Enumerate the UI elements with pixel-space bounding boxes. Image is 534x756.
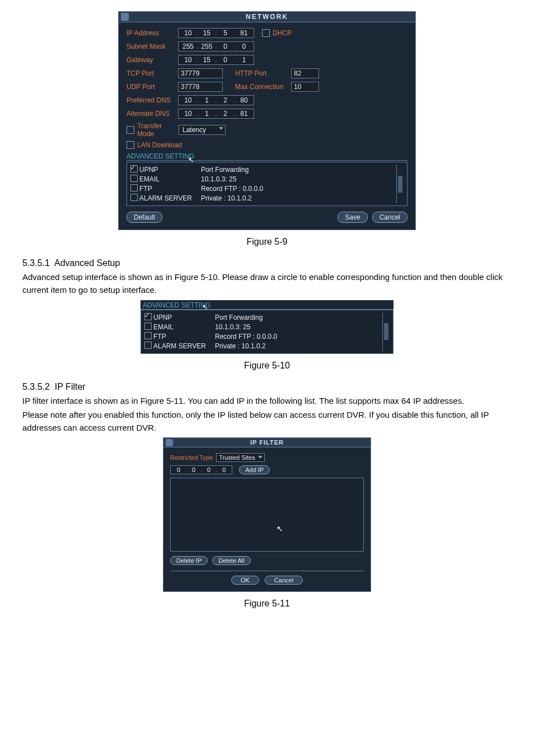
list-item: UPNPPort Forwarding	[130, 165, 396, 174]
list-item: ALARM SERVERPrivate : 10.1.0.2	[130, 194, 396, 203]
cancel-button[interactable]: Cancel	[372, 212, 407, 223]
subnet-field[interactable]: 255. 255. 0. 0	[178, 41, 254, 52]
tcp-port-label: TCP Port	[127, 69, 178, 77]
cursor-icon: ↖	[277, 524, 283, 533]
transfer-mode-checkbox[interactable]	[127, 126, 134, 134]
dialog-title: NETWORK	[246, 13, 288, 21]
network-icon	[121, 13, 129, 21]
udp-port-label: UDP Port	[127, 83, 178, 91]
preferred-dns-label: Preferred DNS	[127, 96, 178, 104]
cancel-button[interactable]: Cancel	[265, 576, 303, 585]
dialog-title-bar: IP FILTER	[163, 438, 371, 447]
lan-download-checkbox[interactable]	[127, 141, 134, 149]
udp-port-field[interactable]: 37778	[178, 82, 223, 92]
advanced-setting-header: ADVANCED SETTING ↖	[127, 152, 407, 161]
ftp-checkbox[interactable]	[130, 184, 138, 192]
ip-address-label: IP Address	[127, 29, 178, 37]
figure-caption: Figure 5-9	[22, 237, 512, 247]
save-button[interactable]: Save	[338, 212, 367, 223]
lan-download-label: LAN Download	[137, 141, 182, 149]
http-port-field[interactable]: 82	[291, 68, 319, 78]
ftp-checkbox[interactable]	[144, 332, 152, 339]
cursor-icon: ↖	[188, 156, 194, 164]
list-item: EMAIL10.1.0.3: 25	[144, 323, 382, 332]
transfer-mode-label: Transfer Mode	[137, 122, 179, 138]
list-item: ALARM SERVERPrivate : 10.1.0.2	[144, 342, 382, 351]
advanced-setting-header: ADVANCED SETTING ↖	[140, 300, 394, 310]
max-connection-label: Max Connection	[235, 83, 291, 91]
section-heading: 5.3.5.2 IP Filter	[22, 382, 512, 392]
list-item: FTPRecord FTP : 0.0.0.0	[144, 332, 382, 341]
cursor-icon: ↖	[202, 303, 208, 311]
dialog-title: IP FILTER	[250, 439, 284, 446]
email-checkbox[interactable]	[144, 323, 152, 330]
http-port-label: HTTP Port	[235, 69, 291, 77]
scrollbar[interactable]	[396, 165, 404, 203]
figure-caption: Figure 5-10	[22, 361, 512, 371]
list-item: FTPRecord FTP : 0.0.0.0	[130, 184, 396, 193]
list-item: UPNPPort Forwarding	[144, 313, 382, 322]
alternate-dns-field[interactable]: 10. 1. 2. 81	[178, 109, 254, 119]
add-ip-button[interactable]: Add IP	[239, 465, 270, 474]
list-item: EMAIL10.1.0.3: 25	[130, 175, 396, 184]
subnet-label: Subnet Mask	[127, 43, 178, 50]
section-heading: 5.3.5.1 Advanced Setup	[22, 258, 512, 268]
body-text: Advanced setup interface is shown as in …	[22, 270, 512, 297]
ok-button[interactable]: OK	[231, 576, 259, 585]
max-connection-field[interactable]: 10	[291, 82, 319, 92]
body-text: IP filter interface is shown as in Figur…	[22, 394, 512, 407]
alternate-dns-label: Alternate DNS	[127, 110, 178, 118]
chevron-down-icon	[219, 127, 223, 130]
restricted-type-label: Restricted Type	[170, 454, 213, 461]
default-button[interactable]: Default	[127, 212, 162, 223]
ip-filter-dialog: IP FILTER Restricted Type Trusted Sites …	[163, 437, 371, 592]
alarm-server-checkbox[interactable]	[144, 342, 152, 349]
gateway-field[interactable]: 10. 15. 0. 1	[178, 55, 254, 65]
preferred-dns-field[interactable]: 10. 1. 2. 80	[178, 95, 254, 105]
ip-list[interactable]: ↖	[170, 478, 364, 552]
upnp-checkbox[interactable]	[130, 165, 138, 172]
chevron-down-icon	[258, 456, 263, 459]
gateway-label: Gateway	[127, 56, 178, 64]
email-checkbox[interactable]	[130, 175, 138, 182]
restricted-type-select[interactable]: Trusted Sites	[216, 453, 264, 462]
dialog-title-bar: NETWORK	[119, 12, 415, 22]
advanced-list: UPNPPort Forwarding EMAIL10.1.0.3: 25 FT…	[127, 162, 407, 206]
transfer-mode-select[interactable]: Latency	[179, 125, 226, 135]
dhcp-checkbox[interactable]: DHCP	[262, 29, 292, 37]
upnp-checkbox[interactable]	[144, 313, 152, 320]
figure-caption: Figure 5-11	[22, 599, 512, 609]
dialog-body: IP Address 10. 15. 5. 81 DHCP Subnet Mas…	[119, 22, 415, 230]
tcp-port-field[interactable]: 37779	[178, 68, 223, 78]
ip-filter-icon	[166, 439, 173, 446]
alarm-server-checkbox[interactable]	[130, 194, 138, 201]
delete-all-button[interactable]: Delete All	[212, 556, 250, 565]
ip-input-field[interactable]: 0. 0. 0. 0	[170, 465, 232, 474]
body-text: Please note after you enabled this funct…	[22, 408, 512, 435]
ip-address-field[interactable]: 10. 15. 5. 81	[178, 28, 254, 38]
checkbox-icon	[262, 29, 270, 37]
scrollbar[interactable]	[382, 312, 390, 351]
network-dialog: NETWORK IP Address 10. 15. 5. 81 DHCP Su…	[118, 11, 416, 230]
advanced-setting-panel: ADVANCED SETTING ↖ UPNPPort Forwarding E…	[140, 300, 394, 354]
delete-ip-button[interactable]: Delete IP	[170, 556, 208, 565]
